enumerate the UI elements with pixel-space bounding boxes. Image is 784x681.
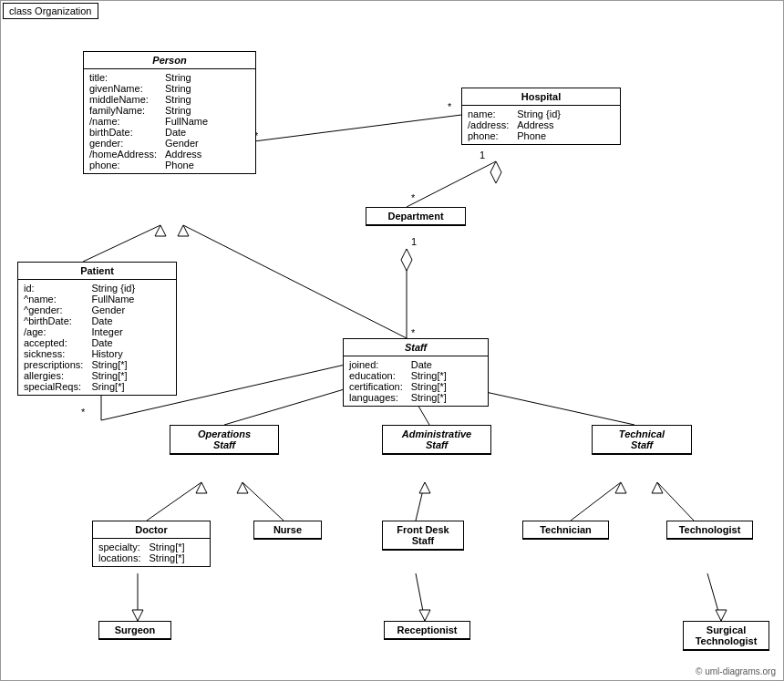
svg-text:1: 1 [480,150,485,160]
class-ops-header: OperationsStaff [170,426,278,454]
class-department-header: Department [366,208,465,225]
svg-line-30 [571,482,621,521]
class-technologist-header: Technologist [667,521,752,539]
class-surgical-tech-header: SurgicalTechnologist [684,622,769,650]
svg-text:1: 1 [411,236,417,247]
class-operations-staff: OperationsStaff [170,425,279,455]
class-surgeon-header: Surgeon [99,622,170,639]
class-patient-body: id:String {id} ^name:FullName ^gender:Ge… [18,280,176,395]
class-technician-header: Technician [523,521,608,539]
class-receptionist-header: Receptionist [385,622,469,639]
class-person-header: Person [84,52,255,69]
class-receptionist: Receptionist [384,621,470,640]
class-technologist: Technologist [666,521,753,540]
svg-text:*: * [81,407,86,418]
svg-marker-25 [196,482,207,493]
class-admin-staff: AdministrativeStaff [382,425,491,455]
class-patient: Patient id:String {id} ^name:FullName ^g… [17,262,177,396]
class-admin-header: AdministrativeStaff [383,426,490,454]
diagram-label: class Organization [3,3,98,19]
class-staff: Staff joined:Date education:String[*] ce… [343,338,489,407]
class-technician: Technician [522,521,609,540]
svg-line-26 [242,482,284,521]
svg-marker-6 [178,225,189,236]
svg-marker-39 [716,610,727,621]
class-department: Department [366,207,466,226]
class-doctor-header: Doctor [93,521,210,539]
class-front-desk: Front DeskStaff [382,521,464,551]
svg-line-24 [147,482,201,521]
class-nurse: Nurse [253,521,322,540]
svg-line-11 [247,115,461,142]
svg-text:*: * [411,192,416,203]
svg-text:*: * [411,327,416,338]
class-surgeon: Surgeon [98,621,171,640]
svg-line-38 [707,573,721,621]
class-person-body: title:String givenName:String middleName… [84,69,255,173]
class-hospital: Hospital name:String {id} /address:Addre… [461,88,621,145]
svg-marker-4 [155,225,166,236]
copyright: © uml-diagrams.org [696,666,776,676]
svg-marker-15 [401,249,412,271]
svg-line-18 [224,386,356,425]
class-surgical-tech: SurgicalTechnologist [683,621,769,651]
svg-line-3 [83,225,160,262]
diagram: class Organization 1 [0,0,784,681]
svg-marker-33 [652,482,663,493]
class-patient-header: Patient [18,263,176,280]
svg-marker-37 [419,610,430,621]
svg-line-5 [183,225,407,338]
class-tech-staff: TechnicalStaff [592,425,692,455]
class-staff-body: joined:Date education:String[*] certific… [344,356,488,406]
svg-text:*: * [448,101,452,112]
svg-marker-35 [132,610,143,621]
svg-marker-31 [615,482,626,493]
class-hospital-body: name:String {id} /address:Address phone:… [462,106,620,144]
class-person: Person title:String givenName:String mid… [83,51,256,174]
class-nurse-header: Nurse [254,521,321,539]
class-staff-header: Staff [344,339,488,356]
class-doctor-body: specialty:String[*] locations:String[*] [93,539,210,566]
svg-line-36 [416,573,425,621]
svg-marker-8 [490,161,501,183]
svg-line-28 [416,482,425,521]
class-hospital-header: Hospital [462,88,620,106]
svg-marker-27 [237,482,248,493]
svg-marker-29 [419,482,430,493]
class-tech-header: TechnicalStaff [593,426,691,454]
svg-line-7 [407,161,496,207]
class-front-desk-header: Front DeskStaff [383,521,463,550]
svg-line-32 [657,482,694,521]
class-doctor: Doctor specialty:String[*] locations:Str… [92,521,211,567]
